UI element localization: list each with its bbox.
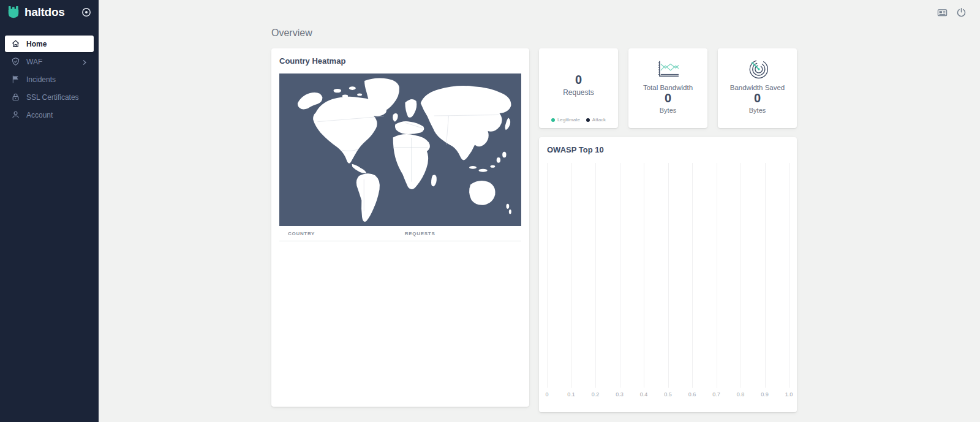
topbar-icons (937, 7, 967, 18)
gridline (644, 163, 644, 388)
sidebar-item-waf[interactable]: WAF (5, 53, 94, 70)
page-title: Overview (271, 28, 797, 39)
sidebar-item-label: WAF (26, 58, 42, 66)
owasp-top10-card: OWASP Top 10 (539, 137, 797, 412)
main-area: Overview Country Heatmap (99, 0, 980, 422)
legitimate-dot-icon (551, 118, 555, 122)
world-map[interactable] (279, 73, 521, 226)
requests-legend: Legitimate Attack (539, 117, 618, 122)
x-tick-label: 0.2 (592, 391, 600, 398)
sidebar-item-incidents[interactable]: Incidents (5, 71, 94, 88)
x-tick-label: 0.4 (640, 391, 648, 398)
chevron-right-icon (81, 59, 88, 65)
gridline (765, 163, 766, 388)
requests-value: 0 (545, 73, 612, 87)
x-tick-label: 0.5 (664, 391, 672, 398)
logo: haltdos (0, 0, 99, 24)
legend-item-attack: Attack (586, 117, 606, 122)
total-bandwidth-title: Total Bandwidth (635, 84, 701, 91)
logo-text: haltdos (24, 6, 64, 19)
legend-item-legitimate: Legitimate (551, 117, 580, 122)
sidebar-item-label: Home (26, 40, 47, 48)
sidebar-item-label: Account (26, 111, 53, 119)
gridline (789, 163, 790, 388)
sidebar-item-label: Incidents (26, 75, 56, 84)
column-header-requests: REQUESTS (405, 231, 435, 236)
requests-label: Requests (545, 88, 612, 97)
requests-card: 0 Requests Legitimate Attack (539, 48, 618, 128)
power-icon[interactable] (956, 7, 967, 18)
x-tick-label: 0.3 (616, 391, 624, 398)
radar-icon (724, 56, 791, 83)
bandwidth-saved-unit: Bytes (724, 107, 791, 114)
x-tick-label: 0.1 (567, 391, 575, 398)
lock-icon (11, 92, 20, 102)
x-tick-label: 0.8 (737, 391, 745, 398)
sidebar-menu: Home WAF (0, 36, 99, 123)
gridline (717, 163, 717, 388)
x-tick-label: 0.9 (761, 391, 769, 398)
app-screen: haltdos Home (0, 0, 980, 422)
owasp-chart-plot[interactable] (547, 163, 789, 388)
content: Overview Country Heatmap (271, 0, 797, 412)
sidebar-item-ssl-certificates[interactable]: SSL Certificates (5, 89, 94, 105)
gridline (741, 163, 741, 388)
sidebar: haltdos Home (0, 0, 99, 422)
owasp-x-axis: 0 0.1 0.2 0.3 0.4 0.5 0.6 0.7 0.8 0.9 1.… (547, 391, 789, 399)
column-header-country: COUNTRY (288, 231, 405, 236)
user-icon (11, 110, 20, 119)
owasp-title: OWASP Top 10 (547, 145, 789, 154)
sidebar-item-account[interactable]: Account (5, 107, 94, 123)
gridline (620, 163, 620, 388)
bandwidth-saved-value: 0 (724, 91, 791, 105)
country-heatmap-card: Country Heatmap (271, 48, 529, 407)
total-bandwidth-unit: Bytes (635, 107, 701, 114)
geo-table-header: COUNTRY REQUESTS (279, 226, 521, 241)
home-icon (11, 39, 20, 48)
total-bandwidth-value: 0 (635, 91, 701, 105)
sidebar-item-home[interactable]: Home (5, 36, 94, 52)
sidebar-toggle-icon[interactable] (81, 7, 91, 17)
id-card-icon[interactable] (937, 7, 948, 18)
flag-icon (11, 75, 20, 84)
bandwidth-saved-card: Bandwidth Saved 0 Bytes (718, 48, 797, 128)
gridline (571, 163, 572, 388)
legend-label: Attack (592, 117, 606, 122)
sidebar-item-label: SSL Certificates (26, 93, 79, 102)
world-map-svg (279, 73, 521, 226)
gridline (595, 163, 596, 388)
attack-dot-icon (586, 118, 590, 122)
bandwidth-saved-title: Bandwidth Saved (724, 84, 791, 91)
gridline (668, 163, 669, 388)
haltdos-logo-icon (7, 6, 20, 19)
gridline (692, 163, 693, 388)
country-heatmap-title: Country Heatmap (279, 56, 521, 66)
x-tick-label: 0 (545, 391, 548, 398)
total-bandwidth-card: Total Bandwidth 0 Bytes (628, 48, 707, 128)
x-tick-label: 1.0 (785, 391, 793, 398)
x-tick-label: 0.6 (688, 391, 696, 398)
legend-label: Legitimate (557, 117, 580, 122)
gridline (547, 163, 548, 388)
shield-icon (11, 57, 20, 66)
x-tick-label: 0.7 (712, 391, 720, 398)
area-chart-icon (635, 56, 701, 83)
